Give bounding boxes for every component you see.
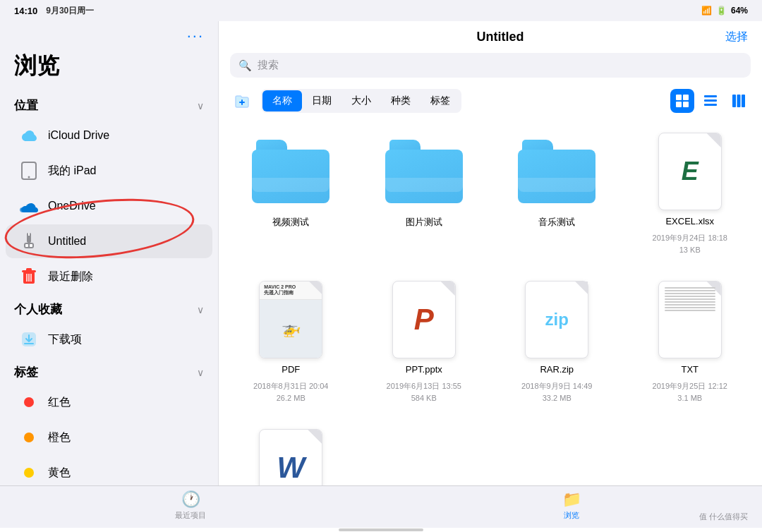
file-name-zip: RAR.zip	[540, 364, 574, 375]
content-header: Untitled 选择	[219, 21, 762, 50]
grid-view-button[interactable]	[670, 89, 694, 113]
favorites-title: 个人收藏	[14, 301, 62, 318]
zip-file-icon: zip	[514, 281, 599, 358]
recently-deleted-label: 最近删除	[48, 270, 93, 284]
list-view-button[interactable]	[698, 89, 722, 113]
sidebar-item-yellow[interactable]: 黄色	[6, 456, 212, 485]
file-name-txt: TXT	[681, 364, 698, 375]
search-bar[interactable]: 🔍 搜索	[230, 53, 751, 78]
file-item-txt[interactable]: TXT 2019年9月25日 12:123.1 MB	[629, 275, 751, 409]
search-icon: 🔍	[238, 59, 252, 72]
folder-music-icon	[514, 133, 599, 210]
svg-rect-9	[26, 268, 32, 271]
favorites-section-header: 个人收藏 ∨	[0, 297, 218, 322]
file-item-music[interactable]: 音乐测试	[496, 127, 618, 261]
svg-rect-18	[683, 95, 689, 100]
folder-image-icon	[382, 133, 466, 210]
folder-video-icon	[248, 133, 333, 210]
home-bar	[339, 528, 423, 531]
downloads-label: 下载项	[48, 332, 82, 347]
more-dots-button[interactable]: ···	[187, 27, 204, 45]
red-tag-label: 红色	[48, 395, 71, 410]
onedrive-label: OneDrive	[48, 200, 96, 212]
sidebar-item-red[interactable]: 红色	[6, 385, 212, 419]
file-name-pdf: PDF	[282, 364, 300, 375]
view-controls	[670, 89, 751, 113]
trash-icon	[20, 267, 38, 286]
browse-tab-label: 浏览	[564, 510, 579, 521]
svg-rect-21	[704, 95, 717, 97]
locations-title: 位置	[14, 97, 38, 114]
app-container: ··· 浏览 位置 ∨ iCloud Drive	[0, 21, 762, 485]
filter-tabs: 名称 日期 大小 种类 标签	[261, 89, 461, 113]
sidebar-item-orange[interactable]: 橙色	[6, 421, 212, 454]
battery-percent: 64%	[731, 6, 748, 16]
untitled-label: Untitled	[48, 235, 86, 248]
status-time: 14:10	[14, 6, 37, 16]
ipad-label: 我的 iPad	[48, 164, 96, 179]
sidebar-item-ipad[interactable]: 我的 iPad	[6, 154, 212, 188]
locations-section-header: 位置 ∨	[0, 93, 218, 118]
filter-bar: 名称 日期 大小 种类 标签	[219, 85, 762, 120]
sidebar-item-icloud[interactable]: iCloud Drive	[6, 119, 212, 152]
icloud-icon	[20, 126, 38, 145]
watermark: 值 什么值得买	[699, 512, 748, 522]
search-placeholder: 搜索	[258, 59, 279, 72]
status-icons: 📶 🔋 64%	[701, 6, 748, 16]
orange-tag-icon	[20, 428, 38, 447]
ppt-file-icon: P	[382, 281, 466, 358]
svg-rect-24	[732, 95, 736, 107]
status-bar: 14:10 9月30日周一 📶 🔋 64%	[0, 0, 762, 21]
svg-rect-25	[737, 95, 741, 107]
file-name-image: 图片测试	[406, 216, 442, 229]
download-icon	[20, 330, 38, 349]
column-view-button[interactable]	[727, 89, 751, 113]
word-file-icon: W	[248, 429, 333, 485]
sidebar-item-untitled[interactable]: Untitled	[6, 224, 212, 258]
svg-rect-20	[683, 102, 689, 107]
usb-icon	[20, 232, 38, 250]
file-item-ppt[interactable]: P PPT.pptx 2019年6月13日 13:55584 KB	[363, 275, 485, 409]
file-meta-excel: 2019年9月24日 18:1813 KB	[653, 232, 727, 255]
file-meta-pdf: 2018年8月31日 20:0426.2 MB	[253, 380, 328, 404]
ipad-icon	[20, 162, 38, 180]
sidebar-item-downloads[interactable]: 下载项	[6, 322, 212, 356]
file-name-video: 视频测试	[272, 216, 309, 229]
file-item-video[interactable]: 视频测试	[230, 127, 352, 261]
more-button-container: ···	[0, 21, 218, 45]
browse-title: 浏览	[0, 45, 218, 90]
svg-rect-19	[676, 102, 682, 107]
file-item-excel[interactable]: E EXCEL.xlsx 2019年9月24日 18:1813 KB	[629, 127, 751, 261]
svg-rect-23	[704, 104, 717, 106]
status-date: 9月30日周一	[46, 5, 94, 17]
file-name-music: 音乐测试	[538, 216, 575, 229]
tab-recents[interactable]: 🕐 最近项目	[0, 490, 381, 521]
select-button[interactable]: 选择	[725, 30, 748, 44]
filter-tab-name[interactable]: 名称	[262, 90, 302, 111]
icloud-label: iCloud Drive	[48, 129, 109, 142]
file-item-image[interactable]: 图片测试	[363, 127, 485, 261]
filter-tab-tag[interactable]: 标签	[421, 90, 460, 111]
excel-file-icon: E	[648, 133, 732, 210]
svg-rect-4	[25, 244, 28, 247]
filter-tab-type[interactable]: 种类	[381, 90, 421, 111]
tags-section-header: 标签 ∨	[0, 360, 218, 385]
browse-tab-icon: 📁	[562, 490, 581, 509]
filter-tab-date[interactable]: 日期	[302, 90, 341, 111]
new-folder-button[interactable]	[230, 89, 254, 113]
wifi-icon: 📶	[701, 6, 712, 16]
svg-rect-22	[704, 99, 717, 102]
home-indicator	[0, 528, 762, 532]
battery-icon: 🔋	[716, 6, 727, 16]
svg-point-1	[28, 176, 30, 179]
filter-tab-size[interactable]: 大小	[341, 90, 381, 111]
tags-chevron-icon: ∨	[197, 367, 204, 378]
sidebar-item-recently-deleted[interactable]: 最近删除	[6, 260, 212, 294]
txt-file-icon	[648, 281, 732, 358]
file-item-pdf[interactable]: MAVIC 2 PRO先遥入门指南 🚁 PDF 2018年8月31日 20:04…	[230, 275, 352, 409]
file-item-zip[interactable]: zip RAR.zip 2018年9月9日 14:4933.2 MB	[496, 275, 618, 409]
sidebar-item-onedrive[interactable]: OneDrive	[6, 189, 212, 223]
file-item-word[interactable]: W	[230, 423, 352, 485]
locations-chevron-icon: ∨	[197, 100, 204, 111]
file-name-ppt: PPT.pptx	[406, 364, 442, 375]
